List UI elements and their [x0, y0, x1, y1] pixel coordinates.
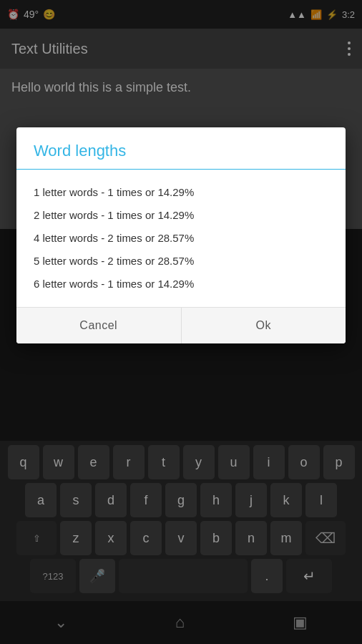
dialog-actions: Cancel Ok [16, 308, 346, 343]
dialog-row: 1 letter words - 1 times or 14.29% [34, 181, 328, 204]
dialog-row: 4 letter words - 2 times or 28.57% [34, 227, 328, 250]
dialog-overlay: Word lengths 1 letter words - 1 times or… [0, 0, 362, 644]
dialog-body: 1 letter words - 1 times or 14.29%2 lett… [16, 170, 346, 308]
cancel-button[interactable]: Cancel [16, 308, 182, 343]
ok-button[interactable]: Ok [182, 308, 346, 343]
dialog-row: 2 letter words - 1 times or 14.29% [34, 204, 328, 227]
dialog-title: Word lengths [16, 127, 346, 170]
word-lengths-dialog: Word lengths 1 letter words - 1 times or… [16, 127, 346, 343]
dialog-row: 5 letter words - 2 times or 28.57% [34, 250, 328, 273]
dialog-row: 6 letter words - 1 times or 14.29% [34, 273, 328, 296]
